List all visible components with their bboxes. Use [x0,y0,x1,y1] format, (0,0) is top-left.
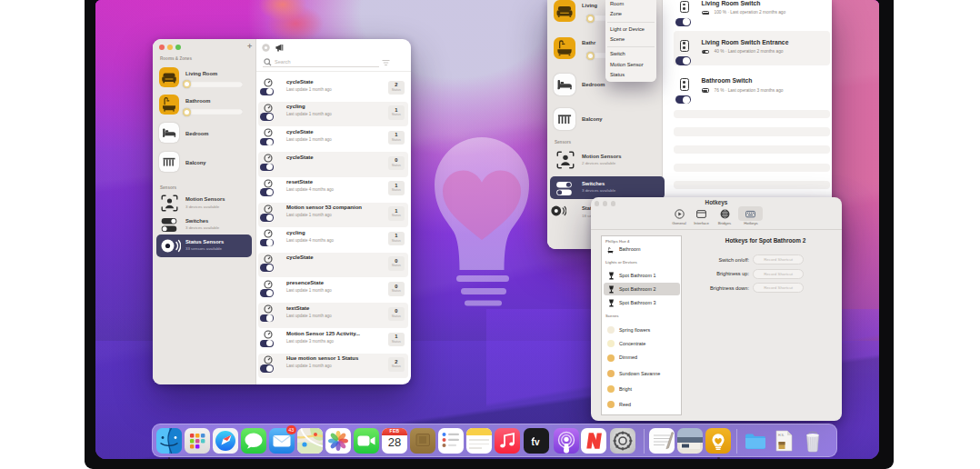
svg-text:H.S.: H.S. [778,434,785,437]
svg-text:tv: tv [532,437,540,447]
